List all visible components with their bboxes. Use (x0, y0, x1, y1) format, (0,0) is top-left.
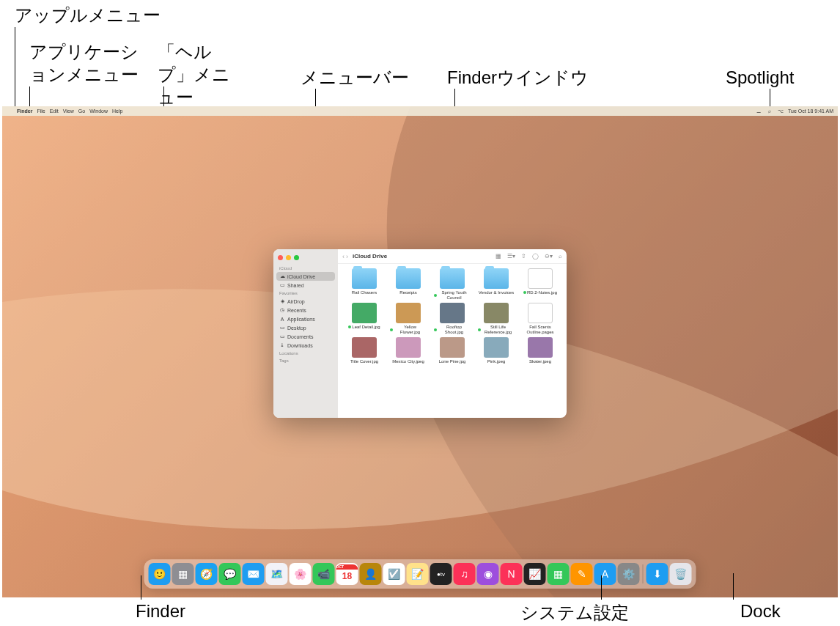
tag-icon[interactable]: ◯ (532, 253, 539, 259)
image-thumbnail (528, 337, 553, 358)
dock-app-notes[interactable]: 📝 (407, 563, 429, 585)
dock-app-safari[interactable]: 🧭 (196, 563, 218, 585)
dock-app-tv[interactable]: ●tv (430, 563, 452, 585)
dock-app-podcasts[interactable]: ◉ (477, 563, 499, 585)
finder-toolbar: ‹ › iCloud Drive ▦ ☰▾ ⇧ ◯ ⊖▾ ⌕ (338, 249, 567, 264)
wifi-icon[interactable]: ⚊ (755, 108, 762, 114)
dock-app-photos[interactable]: 🌸 (290, 563, 312, 585)
dock-app-launchpad[interactable]: ▦ (172, 563, 194, 585)
app-menu[interactable]: Finder (17, 108, 32, 114)
menu-window[interactable]: Window (89, 108, 108, 114)
forward-button[interactable]: › (346, 253, 348, 260)
callout-app-menu: アプリケーションメニュー (29, 40, 147, 86)
cloud-icon: ☁︎ (279, 273, 285, 279)
menubar-datetime[interactable]: Tue Oct 18 9:41 AM (788, 108, 833, 114)
action-icon[interactable]: ⊖▾ (545, 253, 553, 259)
sidebar-item-icloud-drive[interactable]: ☁︎iCloud Drive (276, 272, 335, 281)
tag-dot-icon (390, 328, 393, 331)
file-item[interactable]: Title Cover.jpg (345, 337, 383, 364)
file-item[interactable]: Yellow Flower.jpg (389, 303, 427, 334)
file-label: Rooftop Shoot.jpg (434, 325, 471, 334)
file-item[interactable]: Spring Youth Council (433, 268, 471, 300)
file-item[interactable]: Skater.jpeg (521, 337, 559, 364)
sidebar-item-label: Desktop (287, 325, 306, 331)
view-group-icon[interactable]: ☰▾ (507, 253, 515, 259)
sidebar-item-desktop[interactable]: ▭Desktop (273, 323, 338, 332)
traffic-light-zoom[interactable] (294, 255, 299, 260)
dock-app-news[interactable]: N (501, 563, 523, 585)
dock-app-app-store[interactable]: A (594, 563, 616, 585)
sidebar-section-tags: Tags (273, 357, 338, 364)
sidebar-item-documents[interactable]: ▭Documents (273, 332, 338, 341)
dock-app-maps[interactable]: 🗺️ (266, 563, 288, 585)
sidebar-section-icloud: iCloud (273, 265, 338, 272)
image-thumbnail (396, 303, 421, 323)
image-thumbnail (440, 303, 465, 323)
dock-trash[interactable]: 🗑️ (670, 563, 692, 585)
dock-app-facetime[interactable]: 📹 (313, 563, 335, 585)
menu-go[interactable]: Go (78, 108, 85, 114)
document-icon (528, 303, 553, 323)
menu-file[interactable]: File (37, 108, 45, 114)
finder-sidebar: iCloud ☁︎iCloud Drive ▭Shared Favorites … (273, 249, 338, 418)
dock-app-numbers[interactable]: ▦ (548, 563, 570, 585)
dock-app-messages[interactable]: 💬 (219, 563, 241, 585)
file-item[interactable]: Lone Pine.jpg (433, 337, 471, 364)
callout-spotlight: Spotlight (726, 66, 794, 89)
file-label: Pink.jpeg (487, 359, 506, 364)
tag-dot-icon (434, 294, 437, 297)
tag-dot-icon (523, 291, 526, 294)
dock-app-pages[interactable]: ✎ (571, 563, 593, 585)
sidebar-item-label: Shared (287, 283, 304, 288)
tag-dot-icon (478, 328, 481, 331)
traffic-light-minimize[interactable] (286, 255, 291, 260)
file-item[interactable]: Receipts (389, 268, 427, 300)
traffic-light-close[interactable] (278, 255, 283, 260)
file-label: Vendor & Invoices (479, 290, 514, 295)
dock-app-contacts[interactable]: 👤 (360, 563, 382, 585)
macos-desktop: Finder File Edit View Go Window Help ⚊ ⌕… (2, 106, 838, 597)
spotlight-icon[interactable]: ⌕ (766, 108, 773, 114)
file-label: Yellow Flower.jpg (390, 325, 427, 334)
finder-window[interactable]: iCloud ☁︎iCloud Drive ▭Shared Favorites … (273, 249, 567, 418)
file-item[interactable]: Rail Chasers (345, 268, 383, 300)
menu-edit[interactable]: Edit (50, 108, 59, 114)
sidebar-item-shared[interactable]: ▭Shared (273, 281, 338, 290)
callout-apple-menu: アップルメニュー (15, 4, 161, 26)
menu-help[interactable]: Help (112, 108, 122, 114)
callout-help-menu: 「ヘルプ」メニュー (158, 40, 246, 109)
file-item[interactable]: Rooftop Shoot.jpg (433, 303, 471, 334)
dock-app-system-settings[interactable]: ⚙️ (618, 563, 640, 585)
file-item[interactable]: Vendor & Invoices (477, 268, 515, 300)
dock-app-reminders[interactable]: ☑️ (383, 563, 405, 585)
back-button[interactable]: ‹ (342, 253, 345, 260)
file-label: Fall Scents Outline.pages (522, 325, 559, 334)
file-item[interactable]: Fall Scents Outline.pages (521, 303, 559, 334)
file-item[interactable]: Leaf Detail.jpg (345, 303, 383, 334)
dock-app-stocks[interactable]: 📈 (524, 563, 546, 585)
sidebar-item-airdrop[interactable]: ◈AirDrop (273, 297, 338, 306)
sidebar-item-label: iCloud Drive (287, 274, 315, 279)
sidebar-section-locations: Locations (273, 350, 338, 357)
menu-view[interactable]: View (63, 108, 74, 114)
share-icon[interactable]: ⇧ (521, 253, 526, 259)
sidebar-item-downloads[interactable]: ⤓Downloads (273, 341, 338, 350)
file-item[interactable]: RD.2-Notes.jpg (521, 268, 559, 300)
document-icon (528, 268, 553, 289)
view-icon-grid[interactable]: ▦ (495, 253, 501, 259)
file-label: Mexico City.jpeg (392, 359, 424, 364)
file-item[interactable]: Mexico City.jpeg (389, 337, 427, 364)
control-center-icon[interactable]: ⌥ (777, 108, 784, 114)
folder-icon (396, 268, 421, 289)
file-item[interactable]: Still Life Reference.jpg (477, 303, 515, 334)
file-item[interactable]: Pink.jpeg (477, 337, 515, 364)
dock-downloads[interactable]: ⬇︎ (646, 563, 668, 585)
sidebar-item-label: Downloads (287, 343, 313, 348)
dock-app-finder[interactable]: 🙂 (149, 563, 171, 585)
sidebar-item-applications[interactable]: AApplications (273, 314, 338, 323)
dock-app-mail[interactable]: ✉️ (243, 563, 265, 585)
search-icon[interactable]: ⌕ (559, 253, 562, 259)
dock-app-music[interactable]: ♫ (454, 563, 476, 585)
sidebar-item-recents[interactable]: ◷Recents (273, 306, 338, 314)
dock-app-calendar[interactable]: OCT18 (336, 563, 358, 585)
